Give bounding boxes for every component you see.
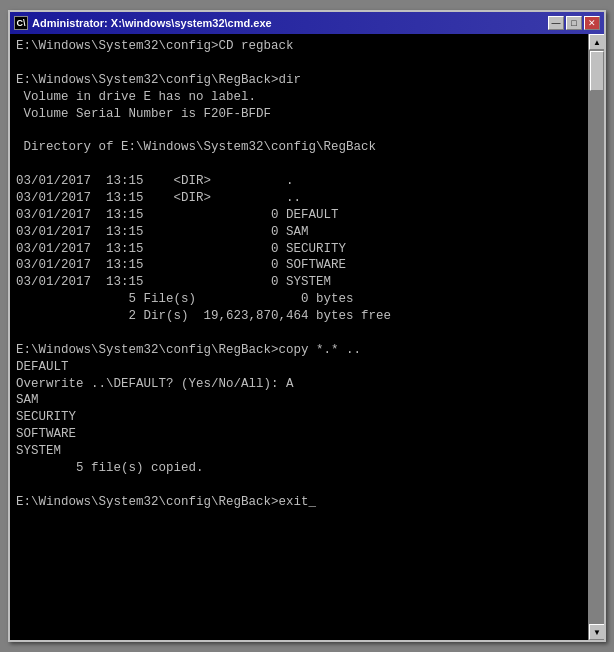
scroll-thumb[interactable] xyxy=(590,51,604,91)
window-controls: — □ ✕ xyxy=(548,16,600,30)
vertical-scrollbar[interactable]: ▲ ▼ xyxy=(588,34,604,640)
cmd-window: C\ Administrator: X:\windows\system32\cm… xyxy=(8,10,606,642)
scroll-up-button[interactable]: ▲ xyxy=(589,34,604,50)
window-title: Administrator: X:\windows\system32\cmd.e… xyxy=(32,17,272,29)
scroll-down-button[interactable]: ▼ xyxy=(589,624,604,640)
title-bar-left: C\ Administrator: X:\windows\system32\cm… xyxy=(14,16,272,30)
console-output: E:\Windows\System32\config>CD regback E:… xyxy=(16,38,598,511)
maximize-button[interactable]: □ xyxy=(566,16,582,30)
close-button[interactable]: ✕ xyxy=(584,16,600,30)
minimize-button[interactable]: — xyxy=(548,16,564,30)
console-area: E:\Windows\System32\config>CD regback E:… xyxy=(10,34,604,640)
cmd-icon: C\ xyxy=(14,16,28,30)
title-bar: C\ Administrator: X:\windows\system32\cm… xyxy=(10,12,604,34)
scroll-track[interactable] xyxy=(589,50,604,624)
